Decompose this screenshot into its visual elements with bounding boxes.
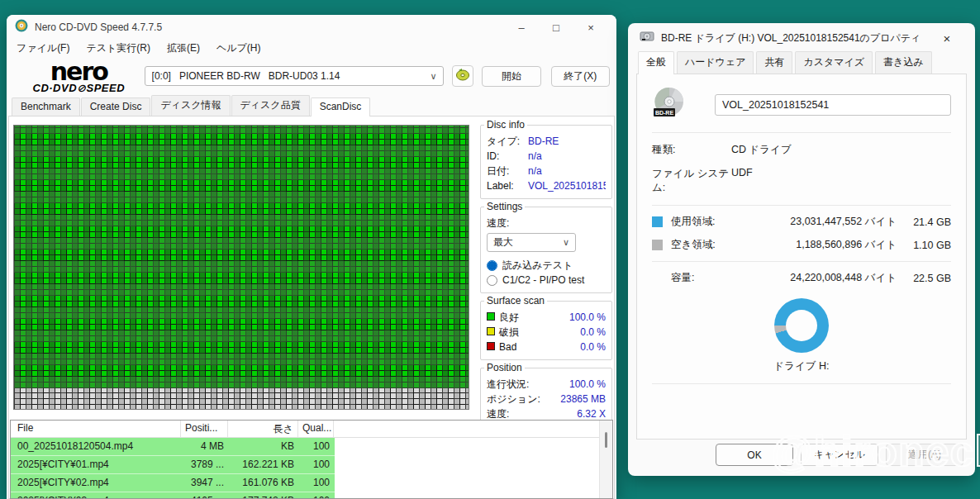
radio-c1c2-test[interactable]: C1/C2 - PI/PO test: [487, 273, 606, 288]
maximize-button[interactable]: □: [539, 16, 573, 39]
cancel-button[interactable]: キャンセル: [801, 444, 878, 466]
divider: [652, 383, 951, 384]
close-button[interactable]: ×: [573, 16, 608, 39]
damaged-value: 0.0 %: [580, 325, 606, 340]
radio-c1c2-label: C1/C2 - PI/PO test: [502, 273, 584, 288]
surface-scan-title: Surface scan: [484, 295, 547, 307]
nero-tabstrip: Benchmark Create Disc ディスク情報 ディスク品質 Scan…: [7, 95, 616, 116]
tab-sharing[interactable]: 共有: [756, 51, 792, 74]
radio-read-test-label: 読み込みテスト: [502, 258, 573, 273]
menubar: ファイル(F) テスト実行(R) 拡張(E) ヘルプ(H): [7, 40, 616, 57]
file-list-scrollbar[interactable]: [599, 421, 612, 498]
scrollbar-thumb[interactable]: [605, 432, 607, 448]
file-list-header: File Positi... 長さ Qual...: [11, 421, 612, 438]
position-label: ポジション:: [487, 392, 540, 406]
file-row[interactable]: 2025[¥CITY¥01.mp4 3789 ... 162.221 KB 10…: [11, 456, 335, 474]
used-bytes: 23,031,447,552 バイト: [777, 215, 897, 229]
filesystem-label: ファイル システム:: [652, 167, 731, 195]
file-length: 161.076 KB: [228, 474, 298, 492]
disc-type-value: BD-RE: [528, 134, 606, 149]
dialog-tabstrip: 全般 ハードウェア 共有 カスタマイズ 書き込み: [628, 53, 975, 74]
disc-label-value: VOL_20251018152541: [528, 178, 606, 193]
progress-value: 100.0 %: [569, 377, 606, 392]
divider: [652, 261, 951, 262]
file-row[interactable]: 2025[¥CITY¥03.mp4 4105 ... 177.742 KB 10…: [11, 492, 335, 499]
menu-run-test[interactable]: テスト実行(R): [86, 41, 150, 55]
disc-id-label: ID:: [487, 149, 528, 164]
surface-scan-grid: [13, 125, 469, 410]
disc-type-label: タイプ:: [487, 134, 528, 149]
properties-dialog: BD-RE ドライブ (H:) VOL_20251018152541のプロパティ…: [628, 23, 975, 476]
divider: [652, 205, 951, 206]
radio-read-test[interactable]: 読み込みテスト: [487, 258, 606, 273]
col-length[interactable]: 長さ: [228, 421, 298, 437]
free-color-swatch: [652, 240, 663, 250]
close-icon[interactable]: ×: [930, 26, 963, 50]
capacity-label: 容量:: [671, 271, 777, 285]
general-tab-page: BD-RE 種類:CD ドライブ ファイル システム:UDF 使用領域: 23,…: [636, 74, 967, 440]
apply-button[interactable]: 適用(A): [886, 444, 963, 466]
position-title: Position: [484, 362, 525, 373]
disc-icon: [455, 68, 470, 84]
tab-disc-quality[interactable]: ディスク品質: [231, 95, 310, 116]
ok-button[interactable]: OK: [716, 444, 793, 466]
chevron-down-icon: ∨: [430, 71, 436, 82]
radio-unselected-icon: [487, 275, 497, 286]
bdre-media-icon: BD-RE: [652, 86, 687, 124]
disc-id-value: n/a: [528, 149, 606, 164]
used-size: 21.4 GB: [897, 216, 951, 228]
tab-hardware[interactable]: ハードウェア: [677, 51, 754, 74]
bad-value: 0.0 %: [580, 340, 606, 354]
file-row[interactable]: 2025[¥CITY¥02.mp4 3947 ... 161.076 KB 10…: [11, 474, 335, 492]
free-label: 空き領域:: [671, 238, 777, 252]
type-value: CD ドライブ: [731, 143, 792, 157]
divider: [652, 132, 951, 133]
progress-label: 進行状況:: [487, 377, 529, 392]
speed-select[interactable]: 最大 ∨: [487, 233, 576, 252]
bad-color-swatch: [487, 342, 495, 350]
nero-titlebar: Nero CD-DVD Speed 4.7.7.5 – □ ×: [7, 15, 616, 40]
tab-recording[interactable]: 書き込み: [875, 51, 932, 74]
tab-disc-info[interactable]: ディスク情報: [151, 95, 230, 116]
menu-extra[interactable]: 拡張(E): [167, 41, 200, 55]
tab-scandisc[interactable]: ScanDisc: [311, 97, 371, 116]
good-value: 100.0 %: [569, 310, 606, 325]
nero-app-icon: [15, 19, 28, 36]
minimize-button[interactable]: –: [504, 16, 539, 39]
file-position: 3947 ...: [181, 474, 228, 492]
tab-create-disc[interactable]: Create Disc: [81, 97, 151, 116]
chevron-down-icon: ∨: [563, 237, 569, 248]
type-label: 種類:: [652, 143, 731, 157]
position-group: Position 進行状況:100.0 % ポジション:23865 MB 速度:…: [480, 368, 612, 427]
start-button[interactable]: 開始: [482, 66, 540, 87]
tab-general[interactable]: 全般: [638, 51, 674, 74]
filesystem-value: UDF: [731, 167, 753, 195]
settings-group: Settings 速度: 最大 ∨ 読み込みテスト C1/C2 - PI/PO …: [480, 207, 612, 293]
eject-disc-button[interactable]: [452, 65, 473, 87]
col-quality[interactable]: Qual...: [298, 421, 334, 437]
menu-file[interactable]: ファイル(F): [17, 41, 69, 55]
capacity-donut: [774, 298, 829, 353]
drive-select[interactable]: [0:0] PIONEER BD-RW BDR-UD03 1.14 ∨: [145, 66, 445, 86]
disc-label-label: Label:: [487, 178, 528, 193]
capacity-size: 22.5 GB: [897, 273, 951, 284]
file-quality: 100: [298, 438, 334, 455]
file-row[interactable]: 00_20251018120504.mp4 4 MB KB 100: [11, 438, 335, 456]
dialog-buttons: OK キャンセル 適用(A): [716, 444, 963, 466]
file-name: 00_20251018120504.mp4: [11, 438, 181, 455]
file-name: 2025[¥CITY¥01.mp4: [11, 456, 181, 473]
col-position[interactable]: Positi...: [181, 421, 228, 437]
col-file[interactable]: File: [11, 421, 181, 437]
capacity-bytes: 24,220,008,448 バイト: [777, 271, 897, 285]
scan-grid-unused-area: [14, 388, 469, 410]
tab-customize[interactable]: カスタマイズ: [795, 51, 873, 74]
scandisc-panel: Disc info タイプ:BD-RE ID:n/a 日付:n/a Label:…: [8, 116, 615, 499]
file-quality: 100: [298, 456, 334, 473]
drive-icon: [640, 30, 654, 46]
volume-label-input[interactable]: [715, 94, 951, 116]
tab-benchmark[interactable]: Benchmark: [12, 97, 80, 116]
file-name: 2025[¥CITY¥02.mp4: [11, 474, 181, 492]
exit-button[interactable]: 終了(X): [551, 66, 610, 87]
menu-help[interactable]: ヘルプ(H): [216, 41, 261, 55]
speed-label: 速度:: [487, 216, 509, 230]
